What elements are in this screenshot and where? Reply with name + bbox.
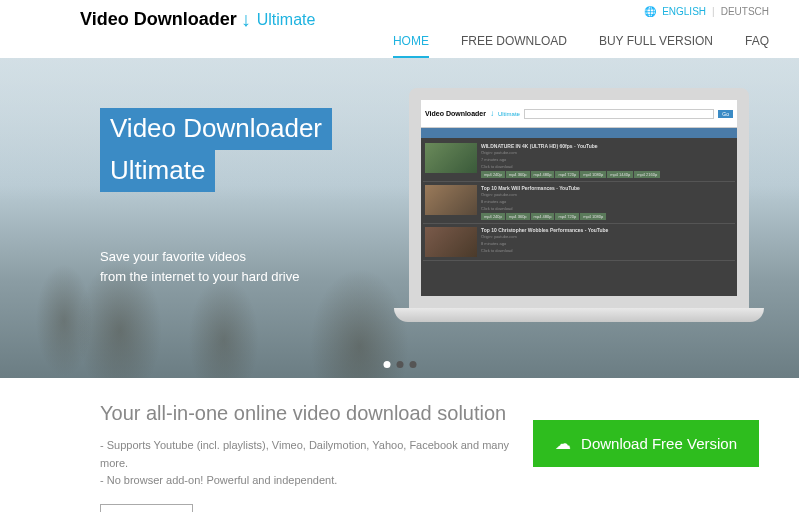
download-arrow-icon: ↓ (241, 8, 251, 31)
lang-deutsch[interactable]: DEUTSCH (721, 6, 769, 17)
list-item[interactable]: Top 10 Mark Will Performances - YouTube … (423, 182, 735, 224)
hero-title-line2: Ultimate (100, 150, 215, 192)
app-tabs[interactable] (421, 128, 737, 138)
app-logo-main: Video Downloader (425, 110, 486, 117)
laptop-mockup: Video Downloader ↓ Ultimate Go WILDNATUR… (394, 88, 764, 348)
video-info: Top 10 Mark Will Performances - YouTube … (481, 185, 733, 220)
laptop-screen: Video Downloader ↓ Ultimate Go WILDNATUR… (409, 88, 749, 308)
carousel-dot-2[interactable] (396, 361, 403, 368)
app-arrow-icon: ↓ (490, 109, 494, 118)
video-click: Click to download (481, 206, 733, 211)
carousel-dot-3[interactable] (409, 361, 416, 368)
nav-free-download[interactable]: FREE DOWNLOAD (461, 34, 567, 58)
video-time: 7 minutes ago (481, 157, 733, 162)
app-video-list: WILDNATURE IN 4K (ULTRA HD) 60fps - YouT… (421, 138, 737, 296)
format-option[interactable]: mp4 720p (555, 171, 579, 178)
hero-title-line1: Video Downloader (100, 108, 332, 150)
app-go-button[interactable]: Go (718, 110, 733, 118)
format-option[interactable]: mp4 480p (531, 213, 555, 220)
app-header: Video Downloader ↓ Ultimate Go (421, 100, 737, 128)
video-info: Top 10 Christopher Wobbles Performances … (481, 227, 733, 257)
format-option[interactable]: mp4 240p (481, 213, 505, 220)
app-logo-sub: Ultimate (498, 111, 520, 117)
read-more-button[interactable]: Read More (100, 504, 193, 512)
format-row: mp4 240p mp4 360p mp4 480p mp4 720p mp4 … (481, 171, 733, 178)
content-headline: Your all-in-one online video download so… (100, 402, 533, 425)
app-search-input[interactable] (524, 109, 714, 119)
video-time: 8 minutes ago (481, 199, 733, 204)
video-title: WILDNATURE IN 4K (ULTRA HD) 60fps - YouT… (481, 143, 733, 149)
cloud-download-icon: ☁ (555, 434, 571, 453)
video-click: Click to download (481, 248, 733, 253)
lang-separator: | (712, 6, 715, 17)
video-thumbnail (425, 227, 477, 257)
video-thumbnail (425, 143, 477, 173)
hero-sub-line2: from the internet to your hard drive (100, 267, 332, 288)
webcam-icon (577, 91, 581, 95)
carousel-dots (383, 361, 416, 368)
video-origin: Origin: youtube.com (481, 192, 733, 197)
nav-faq[interactable]: FAQ (745, 34, 769, 58)
format-option[interactable]: mp4 1080p (580, 213, 606, 220)
video-time: 8 minutes ago (481, 241, 733, 246)
format-option[interactable]: mp4 1440p (607, 171, 633, 178)
hero-text: Video Downloader Ultimate Save your favo… (100, 108, 332, 288)
content-left: Your all-in-one online video download so… (100, 402, 533, 512)
header: Video Downloader ↓ Ultimate 🌐 ENGLISH | … (0, 0, 799, 58)
language-bar: 🌐 ENGLISH | DEUTSCH (644, 6, 769, 17)
logo-sub-text: Ultimate (257, 11, 316, 29)
lang-english[interactable]: ENGLISH (662, 6, 706, 17)
format-option[interactable]: mp4 720p (555, 213, 579, 220)
nav-home[interactable]: HOME (393, 34, 429, 58)
download-button-label: Download Free Version (581, 435, 737, 452)
format-option[interactable]: mp4 2160p (634, 171, 660, 178)
list-item[interactable]: Top 10 Christopher Wobbles Performances … (423, 224, 735, 261)
video-click: Click to download (481, 164, 733, 169)
format-option[interactable]: mp4 360p (506, 213, 530, 220)
format-row: mp4 240p mp4 360p mp4 480p mp4 720p mp4 … (481, 213, 733, 220)
format-option[interactable]: mp4 240p (481, 171, 505, 178)
hero-sub-line1: Save your favorite videos (100, 247, 332, 268)
carousel-dot-1[interactable] (383, 361, 390, 368)
format-option[interactable]: mp4 1080p (580, 171, 606, 178)
format-option[interactable]: mp4 360p (506, 171, 530, 178)
video-title: Top 10 Christopher Wobbles Performances … (481, 227, 733, 233)
video-origin: Origin: youtube.com (481, 150, 733, 155)
video-origin: Origin: youtube.com (481, 234, 733, 239)
video-title: Top 10 Mark Will Performances - YouTube (481, 185, 733, 191)
feature-line-1: - Supports Youtube (incl. playlists), Vi… (100, 437, 533, 472)
laptop-base (394, 308, 764, 322)
download-free-button[interactable]: ☁ Download Free Version (533, 420, 759, 467)
globe-icon: 🌐 (644, 6, 656, 17)
main-nav: HOME FREE DOWNLOAD BUY FULL VERSION FAQ (393, 34, 769, 58)
nav-buy-full[interactable]: BUY FULL VERSION (599, 34, 713, 58)
content-section: Your all-in-one online video download so… (0, 378, 799, 512)
hero-subtitle: Save your favorite videos from the inter… (100, 247, 332, 289)
hero-section: Video Downloader Ultimate Save your favo… (0, 58, 799, 378)
video-info: WILDNATURE IN 4K (ULTRA HD) 60fps - YouT… (481, 143, 733, 178)
feature-line-2: - No browser add-on! Powerful and indepe… (100, 472, 533, 490)
video-thumbnail (425, 185, 477, 215)
list-item[interactable]: WILDNATURE IN 4K (ULTRA HD) 60fps - YouT… (423, 140, 735, 182)
format-option[interactable]: mp4 480p (531, 171, 555, 178)
logo[interactable]: Video Downloader ↓ Ultimate (80, 8, 315, 31)
logo-main-text: Video Downloader (80, 9, 237, 30)
